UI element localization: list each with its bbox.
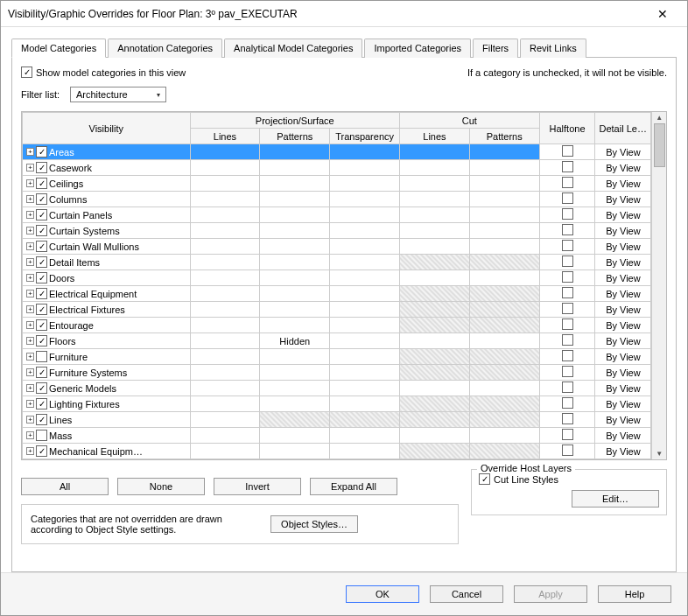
transparency-cell[interactable] bbox=[330, 207, 400, 223]
proj-patterns-cell[interactable] bbox=[260, 428, 330, 444]
close-button[interactable]: ✕ bbox=[645, 4, 680, 24]
tab-imported-categories[interactable]: Imported Categories bbox=[364, 38, 471, 58]
detail-level-cell[interactable]: By View bbox=[595, 160, 651, 176]
halftone-checkbox[interactable] bbox=[562, 224, 573, 235]
cut-patterns-cell[interactable] bbox=[469, 381, 539, 396]
halftone-cell[interactable] bbox=[539, 381, 595, 396]
transparency-cell[interactable] bbox=[330, 192, 400, 207]
halftone-checkbox[interactable] bbox=[562, 161, 573, 172]
proj-lines-cell[interactable] bbox=[190, 176, 260, 192]
halftone-cell[interactable] bbox=[539, 302, 595, 318]
table-row[interactable]: +CaseworkBy View bbox=[23, 160, 651, 176]
proj-patterns-cell[interactable] bbox=[260, 144, 330, 160]
visibility-cell[interactable]: +Furniture Systems bbox=[23, 365, 191, 381]
visibility-cell[interactable]: +Areas bbox=[23, 144, 191, 160]
table-row[interactable]: +Electrical FixturesBy View bbox=[23, 302, 651, 318]
proj-patterns-cell[interactable] bbox=[260, 239, 330, 255]
detail-level-cell[interactable]: By View bbox=[595, 318, 651, 333]
halftone-checkbox[interactable] bbox=[562, 177, 573, 188]
transparency-cell[interactable] bbox=[330, 365, 400, 381]
proj-lines-cell[interactable] bbox=[190, 318, 260, 333]
halftone-checkbox[interactable] bbox=[562, 413, 573, 424]
visibility-cell[interactable]: +Ceilings bbox=[23, 176, 191, 192]
detail-level-cell[interactable]: By View bbox=[595, 381, 651, 396]
visibility-checkbox[interactable] bbox=[36, 288, 47, 299]
table-row[interactable]: +DoorsBy View bbox=[23, 270, 651, 286]
col-cut-patterns[interactable]: Patterns bbox=[469, 129, 539, 144]
expand-icon[interactable]: + bbox=[26, 431, 34, 439]
transparency-cell[interactable] bbox=[330, 144, 400, 160]
cut-patterns-cell[interactable] bbox=[469, 176, 539, 192]
proj-lines-cell[interactable] bbox=[190, 365, 260, 381]
cut-lines-cell[interactable] bbox=[400, 192, 470, 207]
cut-patterns-cell[interactable] bbox=[469, 239, 539, 255]
visibility-cell[interactable]: +Doors bbox=[23, 270, 191, 286]
transparency-cell[interactable] bbox=[330, 160, 400, 176]
halftone-cell[interactable] bbox=[539, 349, 595, 365]
proj-lines-cell[interactable] bbox=[190, 428, 260, 444]
table-row[interactable]: +LinesBy View bbox=[23, 412, 651, 428]
detail-level-cell[interactable]: By View bbox=[595, 412, 651, 428]
table-row[interactable]: +FloorsHiddenBy View bbox=[23, 333, 651, 349]
halftone-cell[interactable] bbox=[539, 444, 595, 459]
expand-all-button[interactable]: Expand All bbox=[310, 478, 397, 495]
cut-lines-cell[interactable] bbox=[400, 381, 470, 396]
cut-lines-cell[interactable] bbox=[400, 160, 470, 176]
proj-lines-cell[interactable] bbox=[190, 192, 260, 207]
halftone-checkbox[interactable] bbox=[562, 366, 573, 377]
proj-patterns-cell[interactable] bbox=[260, 318, 330, 333]
halftone-cell[interactable] bbox=[539, 255, 595, 270]
transparency-cell[interactable] bbox=[330, 255, 400, 270]
table-row[interactable]: +Curtain PanelsBy View bbox=[23, 207, 651, 223]
halftone-checkbox[interactable] bbox=[562, 287, 573, 298]
detail-level-cell[interactable]: By View bbox=[595, 365, 651, 381]
halftone-checkbox[interactable] bbox=[562, 145, 573, 157]
visibility-checkbox[interactable] bbox=[36, 256, 47, 268]
detail-level-cell[interactable]: By View bbox=[595, 349, 651, 365]
proj-patterns-cell[interactable] bbox=[260, 412, 330, 428]
col-proj-lines[interactable]: Lines bbox=[190, 129, 260, 144]
detail-level-cell[interactable]: By View bbox=[595, 333, 651, 349]
table-row[interactable]: +Generic ModelsBy View bbox=[23, 381, 651, 396]
expand-icon[interactable]: + bbox=[26, 400, 34, 408]
transparency-cell[interactable] bbox=[330, 270, 400, 286]
proj-patterns-cell[interactable] bbox=[260, 223, 330, 239]
visibility-checkbox[interactable] bbox=[36, 430, 47, 441]
cut-line-styles-toggle[interactable]: Cut Line Styles bbox=[479, 473, 659, 485]
cut-lines-cell[interactable] bbox=[400, 365, 470, 381]
col-halftone[interactable]: Halftone bbox=[539, 113, 595, 144]
cut-lines-cell[interactable] bbox=[400, 412, 470, 428]
visibility-cell[interactable]: +Columns bbox=[23, 192, 191, 207]
visibility-cell[interactable]: +Curtain Systems bbox=[23, 223, 191, 239]
proj-patterns-cell[interactable] bbox=[260, 365, 330, 381]
cut-patterns-cell[interactable] bbox=[469, 270, 539, 286]
halftone-checkbox[interactable] bbox=[562, 429, 573, 440]
visibility-cell[interactable]: +Casework bbox=[23, 160, 191, 176]
cut-lines-cell[interactable] bbox=[400, 255, 470, 270]
ok-button[interactable]: OK bbox=[346, 585, 419, 603]
halftone-cell[interactable] bbox=[539, 192, 595, 207]
proj-patterns-cell[interactable] bbox=[260, 396, 330, 412]
proj-lines-cell[interactable] bbox=[190, 412, 260, 428]
col-visibility[interactable]: Visibility bbox=[23, 113, 191, 144]
table-row[interactable]: +AreasBy View bbox=[23, 144, 651, 160]
halftone-cell[interactable] bbox=[539, 207, 595, 223]
expand-icon[interactable]: + bbox=[26, 368, 34, 376]
edit-button[interactable]: Edit… bbox=[572, 490, 659, 508]
visibility-cell[interactable]: +Lighting Fixtures bbox=[23, 396, 191, 412]
proj-patterns-cell[interactable] bbox=[260, 192, 330, 207]
expand-icon[interactable]: + bbox=[26, 321, 34, 329]
cut-lines-cell[interactable] bbox=[400, 333, 470, 349]
transparency-cell[interactable] bbox=[330, 302, 400, 318]
halftone-checkbox[interactable] bbox=[562, 318, 573, 330]
cut-patterns-cell[interactable] bbox=[469, 286, 539, 302]
cut-patterns-cell[interactable] bbox=[469, 333, 539, 349]
table-row[interactable]: +CeilingsBy View bbox=[23, 176, 651, 192]
visibility-cell[interactable]: +Lines bbox=[23, 412, 191, 428]
halftone-cell[interactable] bbox=[539, 412, 595, 428]
halftone-checkbox[interactable] bbox=[562, 240, 573, 251]
visibility-checkbox[interactable] bbox=[36, 193, 47, 205]
col-proj-patterns[interactable]: Patterns bbox=[260, 129, 330, 144]
transparency-cell[interactable] bbox=[330, 444, 400, 459]
tab-filters[interactable]: Filters bbox=[473, 38, 518, 58]
